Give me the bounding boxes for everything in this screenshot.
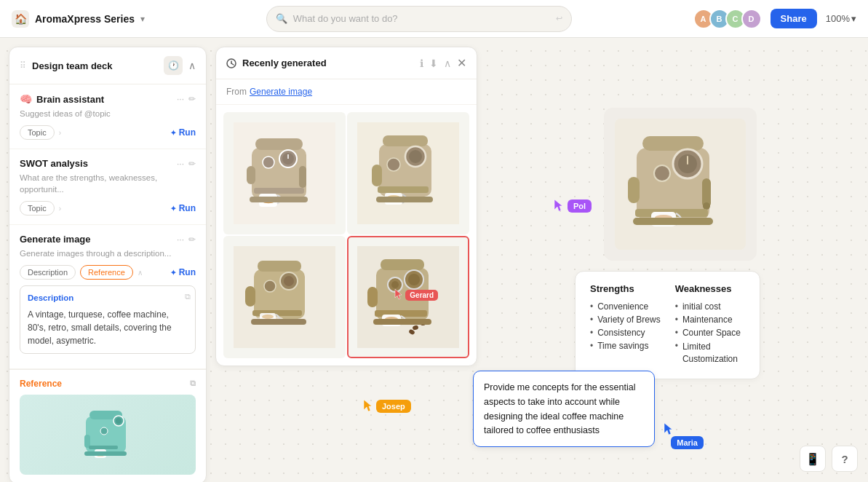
generated-image-3[interactable] [223,236,346,358]
swot-weakness-2: • Maintenance [675,313,746,326]
brain-emoji: 🧠 [20,93,32,105]
pol-cursor-icon [553,198,565,213]
swot-tags: Topic › [20,201,61,216]
help-icon: ? [841,453,848,465]
swot-footer: Topic › ✦ Run [20,201,196,216]
josep-cursor-icon [362,398,374,413]
coffee-machine-1-svg [234,122,335,224]
swot-run-button[interactable]: ✦ Run [170,203,196,213]
strengths-title: Strengths [590,283,661,294]
swot-weakness-3: • Counter Space [675,326,746,339]
from-link[interactable]: Generate image [250,87,312,97]
edit-icon[interactable]: ✏ [188,94,196,104]
generate-image-desc: Generate images through a description... [20,248,196,259]
swot-strength-1: • Convenience [590,300,661,313]
swot-strength-3: • Consistency [590,326,661,339]
search-container: 🔍 What do you want to do? ↩ [266,6,572,32]
avatars-group: A B C D [693,9,762,29]
pol-label: Pol [568,199,592,213]
panel-header: Recenly generated ℹ ⬇ ∧ ✕ [216,47,477,79]
topbar-right: A B C D Share 100% ▾ [693,9,856,29]
svg-point-8 [100,427,108,435]
pol-cursor: Pol [553,198,592,213]
generate-image-actions: ··· ✏ [177,234,196,245]
svg-rect-66 [642,136,704,151]
brain-run-button[interactable]: ✦ Run [170,127,196,138]
svg-point-41 [284,276,294,286]
generated-image-2[interactable] [347,112,469,234]
svg-point-22 [263,157,274,168]
svg-rect-35 [376,197,433,202]
panel-close-button[interactable]: ✕ [457,56,466,70]
gerard-label: Gerard [405,290,438,301]
run-icon: ✦ [170,129,176,137]
swot-run-icon: ✦ [170,205,176,213]
swot-more-icon[interactable]: ··· [177,159,184,169]
history-icon-button[interactable]: 🕐 [164,56,183,75]
gen-run-icon: ✦ [170,269,176,277]
svg-rect-78 [633,218,713,225]
maria-cursor-area [663,422,674,436]
ref-tag[interactable]: Reference [80,265,133,280]
copy-icon[interactable]: ⧉ [185,291,191,303]
svg-rect-16 [299,166,306,188]
zoom-level[interactable]: 100% ▾ [826,13,856,24]
swot-edit-icon[interactable]: ✏ [188,159,196,169]
svg-rect-5 [89,446,118,449]
panel-collapse-icon[interactable]: ∧ [444,58,451,69]
tag-arrow-icon: › [59,129,61,137]
ref-coffee-machine-svg [79,402,137,467]
images-grid: Gerard [216,105,477,366]
main-canvas: ⠿ Design team deck 🕐 ∧ 🧠 Brain assistant… [0,38,868,482]
svg-rect-17 [254,188,304,194]
gen-edit-icon[interactable]: ✏ [188,234,196,245]
mobile-preview-button[interactable]: 📱 [800,446,826,472]
gen-tag-arrow: ∧ [138,269,143,277]
drag-handle-icon: ⠿ [20,60,26,71]
maria-cursor-icon [663,422,674,436]
svg-point-46 [262,315,274,319]
swot-actions: ··· ✏ [177,159,196,169]
brain-assistant-header: 🧠 Brain assistant ··· ✏ [20,93,196,105]
swot-weakness-4: • LimitedCustomization [675,339,746,367]
brain-desc: Suggest ideas of @topic [20,108,196,119]
brain-tag[interactable]: Topic [20,125,55,140]
generated-image-4[interactable]: Gerard [347,236,469,358]
josep-cursor: Josep [362,398,411,413]
chevron-down-icon[interactable]: ▾ [140,14,145,24]
coffee-machine-2-svg [357,122,459,224]
svg-rect-38 [258,261,301,272]
search-bar[interactable]: 🔍 What do you want to do? ↩ [266,6,572,32]
info-icon[interactable]: ℹ [420,58,423,69]
desc-box-label: Description [28,292,188,304]
swot-tag[interactable]: Topic [20,201,55,216]
share-button[interactable]: Share [771,9,817,28]
collapse-button[interactable]: ∧ [188,60,196,71]
swot-strength-2: • Variety of Brews [590,313,661,326]
strengths-column: Strengths • Convenience • Variety of Bre… [590,283,661,367]
gen-more-icon[interactable]: ··· [177,234,184,245]
desc-tag[interactable]: Description [20,265,76,280]
maria-label: Maria [671,436,704,449]
generate-run-button[interactable]: ✦ Run [170,267,196,277]
ref-copy-icon[interactable]: ⧉ [190,379,196,388]
weaknesses-title: Weaknesses [675,283,746,294]
swot-title: SWOT analysis [20,158,88,169]
generated-image-1[interactable] [223,112,346,234]
brain-assistant-title: 🧠 Brain assistant [20,93,104,105]
generate-image-header: Generate image ··· ✏ [20,234,196,245]
large-coffee-image [604,108,757,261]
home-icon[interactable]: 🏠 [12,10,29,28]
more-icon[interactable]: ··· [177,94,184,104]
sidebar-item-swot: SWOT analysis ··· ✏ What are the strengt… [9,149,206,225]
coffee-machine-3-svg [234,246,335,348]
gerard-cursor: Gerard [394,288,438,301]
sidebar-title: Design team deck [32,60,113,71]
cursor-icon [394,288,404,301]
swot-strength-4: • Time savings [590,339,661,352]
help-button[interactable]: ? [832,446,858,472]
download-icon[interactable]: ⬇ [429,58,438,69]
search-icon: 🔍 [276,13,287,24]
svg-rect-47 [251,319,306,325]
generate-image-tags: Description Reference ∧ [20,265,143,280]
